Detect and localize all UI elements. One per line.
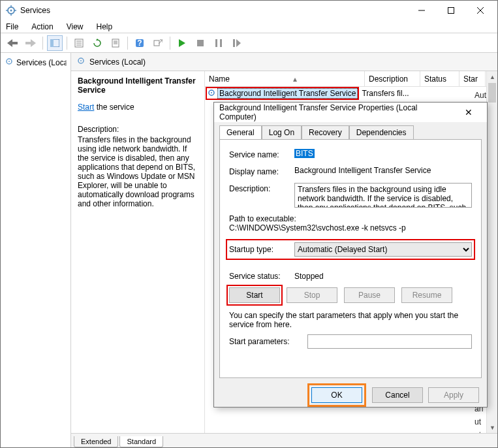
service-status-value: Stopped	[294, 272, 324, 281]
close-button[interactable]	[465, 1, 495, 20]
cancel-button[interactable]: Cancel	[372, 387, 423, 403]
display-name-value: Background Intelligent Transfer Service	[294, 166, 472, 175]
svg-rect-11	[25, 42, 31, 44]
tab-logon[interactable]: Log On	[262, 125, 302, 140]
menubar: File Action View Help	[1, 20, 497, 33]
description-field-label: Description:	[229, 183, 294, 193]
export-list-button[interactable]	[71, 35, 87, 51]
pane-header-label: Services (Local)	[89, 57, 146, 67]
selected-service-name: Background Intelligent Transfer Service	[78, 76, 198, 95]
ok-button[interactable]: OK	[311, 387, 362, 403]
dialog-button-row: OK Cancel Apply	[214, 383, 487, 407]
menu-action[interactable]: Action	[30, 21, 54, 33]
svg-rect-24	[154, 40, 159, 46]
startup-type-row: Startup type: Automatic (Delayed Start)	[227, 240, 474, 259]
service-row-icon	[207, 88, 217, 99]
minimize-button[interactable]	[407, 1, 436, 20]
scroll-up-icon[interactable]: ▲	[487, 71, 497, 82]
dialog-title: Background Intelligent Transfer Service …	[219, 103, 456, 121]
column-description[interactable]: Description	[365, 71, 420, 86]
svg-text:?: ?	[137, 39, 142, 48]
svg-point-33	[80, 60, 82, 61]
svg-rect-18	[112, 39, 119, 47]
svg-rect-10	[12, 42, 18, 44]
restart-service-button[interactable]	[229, 35, 245, 51]
dialog-titlebar[interactable]: Background Intelligent Transfer Service …	[214, 103, 487, 122]
tree-root-label: Services (Local)	[16, 58, 67, 67]
start-params-label: Start parameters:	[229, 337, 307, 346]
properties-button[interactable]	[108, 35, 123, 51]
bottom-tabs: Extended Standard	[71, 433, 497, 447]
menu-view[interactable]: View	[65, 21, 85, 33]
menu-help[interactable]: Help	[95, 21, 114, 33]
list-row-selected[interactable]: Background Intelligent Transfer Service …	[205, 87, 497, 100]
start-params-help: You can specify the start parameters tha…	[229, 311, 472, 329]
tree-pane[interactable]: Services (Local)	[1, 53, 71, 447]
svg-rect-29	[233, 39, 235, 47]
maximize-button[interactable]	[436, 1, 465, 20]
tab-general[interactable]: General	[219, 125, 262, 140]
help-button[interactable]: ?	[132, 35, 148, 51]
pane-header: Services (Local)	[71, 53, 497, 71]
scroll-down-icon[interactable]: ▼	[487, 422, 497, 433]
pause-service-button[interactable]	[211, 35, 226, 51]
tab-dependencies[interactable]: Dependencies	[349, 125, 414, 140]
column-startup[interactable]: Star	[459, 71, 486, 86]
gear-icon	[5, 57, 14, 68]
svg-point-31	[8, 61, 10, 62]
column-name[interactable]: Name ▴	[205, 71, 365, 86]
titlebar[interactable]: Services	[1, 1, 497, 20]
link-button[interactable]	[150, 35, 166, 51]
tab-standard[interactable]: Standard	[119, 436, 163, 447]
row-description: Transfers fil...	[358, 88, 413, 99]
startup-type-select[interactable]: Automatic (Delayed Start)	[294, 242, 472, 257]
svg-rect-27	[215, 39, 217, 47]
back-button[interactable]	[5, 35, 20, 51]
service-name-value[interactable]: BITS	[294, 149, 315, 158]
gear-icon	[76, 56, 86, 67]
startup-type-label: Startup type:	[229, 245, 294, 254]
start-service-link[interactable]: Start	[78, 103, 94, 112]
services-window: Services File Action View Help ?	[0, 0, 498, 448]
dialog-close-button[interactable]: ✕	[456, 107, 482, 118]
tab-recovery[interactable]: Recovery	[302, 125, 349, 140]
vertical-scrollbar[interactable]: ▲ ▼	[486, 71, 497, 433]
toolbar: ?	[1, 33, 497, 53]
svg-point-35	[211, 92, 212, 93]
pause-button: Pause	[344, 287, 395, 303]
properties-dialog: Background Intelligent Transfer Service …	[213, 102, 488, 408]
svg-rect-28	[220, 39, 222, 47]
refresh-button[interactable]	[89, 35, 105, 51]
start-service-button[interactable]	[174, 35, 190, 51]
dialog-tabs: General Log On Recovery Dependencies	[214, 122, 487, 139]
service-name-label: Service name:	[229, 149, 294, 159]
sort-asc-icon: ▴	[293, 74, 297, 84]
description-label: Description:	[78, 125, 198, 134]
scroll-thumb[interactable]	[488, 83, 496, 103]
svg-rect-26	[197, 40, 204, 46]
description-textbox[interactable]: Transfers files in the background using …	[294, 183, 472, 208]
column-name-label: Name	[209, 74, 230, 84]
stop-button: Stop	[287, 287, 337, 303]
forward-button[interactable]	[23, 35, 39, 51]
path-value: C:\WINDOWS\System32\svchost.exe -k netsv…	[229, 223, 472, 232]
start-suffix: the service	[94, 103, 134, 112]
tree-root-item[interactable]: Services (Local)	[1, 56, 70, 69]
show-hide-tree-button[interactable]	[47, 35, 63, 51]
detail-pane: Background Intelligent Transfer Service …	[71, 71, 205, 433]
row-status	[413, 88, 452, 99]
tab-panel-general: Service name: BITS Display name: Backgro…	[219, 139, 482, 378]
start-button[interactable]: Start	[229, 287, 280, 303]
tab-extended[interactable]: Extended	[74, 436, 118, 447]
column-status[interactable]: Status	[420, 71, 459, 86]
path-label: Path to executable:	[229, 214, 472, 223]
start-params-input[interactable]	[307, 334, 472, 349]
svg-rect-7	[448, 8, 454, 14]
window-title: Services	[20, 6, 407, 15]
menu-file[interactable]: File	[5, 21, 20, 33]
apply-button: Apply	[428, 387, 479, 403]
row-name: Background Intelligent Transfer Service	[217, 88, 358, 99]
services-app-icon	[6, 5, 16, 16]
resume-button: Resume	[401, 287, 452, 303]
stop-service-button[interactable]	[193, 35, 208, 51]
